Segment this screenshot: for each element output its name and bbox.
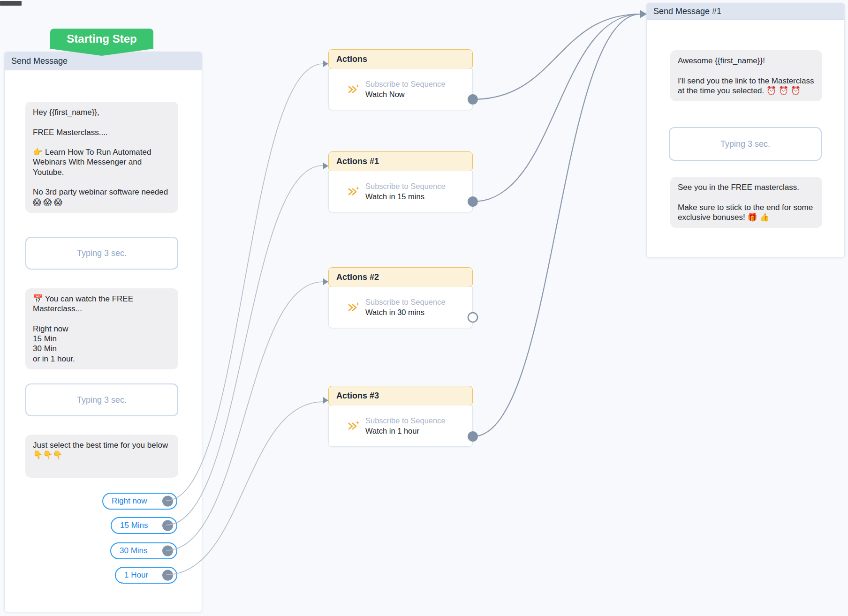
card-title: Actions #3 [336, 391, 379, 401]
actions-card-header[interactable]: Actions #2 [328, 267, 473, 287]
screen-corner-artifact [0, 1, 22, 6]
message-bubble-2[interactable]: 📅 You can watch the FREE Masterclass... … [25, 288, 178, 369]
quick-reply-right-now[interactable]: Right now [102, 493, 177, 510]
starting-step-label: Starting Step [67, 29, 136, 49]
action-value: Watch in 30 mins [365, 308, 446, 317]
send-message-1-card-header[interactable]: Send Message #1 [647, 3, 844, 20]
quick-reply-label: 15 Mins [120, 521, 148, 530]
flow-builder-canvas[interactable]: Starting Step Send Message Hey {{first_n… [0, 0, 848, 616]
actions-2-card[interactable]: Actions #2 Subscribe to Sequence Watch i… [328, 267, 473, 328]
quick-reply-15-mins[interactable]: 15 Mins [111, 517, 177, 534]
output-port[interactable] [162, 496, 173, 507]
actions-card-body[interactable]: Subscribe to Sequence Watch Now [328, 69, 473, 110]
output-port[interactable] [162, 546, 173, 556]
output-port[interactable] [162, 520, 173, 531]
actions-1-card[interactable]: Actions #1 Subscribe to Sequence Watch i… [328, 151, 473, 212]
actions-card-body[interactable]: Subscribe to Sequence Watch in 1 hour [328, 406, 473, 447]
actions-card-header[interactable]: Actions #3 [328, 386, 473, 406]
actions-card[interactable]: Actions Subscribe to Sequence Watch Now [328, 49, 473, 110]
input-arrow-icon [323, 278, 328, 285]
card-title: Actions #1 [336, 157, 379, 166]
typing-delay-1[interactable]: Typing 3 sec. [25, 237, 178, 270]
input-arrow-icon [323, 163, 328, 169]
action-type-label: Subscribe to Sequence [365, 416, 446, 425]
actions-card-header[interactable]: Actions #1 [328, 151, 473, 172]
card-title: Send Message #1 [653, 7, 721, 16]
typing-delay[interactable]: Typing 3 sec. [669, 127, 822, 161]
connector-actions-1-to-send-message-1 [473, 14, 641, 202]
input-arrow-icon [323, 60, 328, 67]
input-arrow-icon [640, 10, 647, 18]
actions-card-body[interactable]: Subscribe to Sequence Watch in 15 mins [328, 171, 473, 212]
card-title: Actions [336, 54, 367, 64]
message-bubble-1[interactable]: Hey {{first_name}}, FREE Masterclass....… [25, 102, 178, 213]
subscribe-sequence-icon [348, 421, 360, 432]
action-type-label: Subscribe to Sequence [365, 80, 446, 89]
typing-delay-2[interactable]: Typing 3 sec. [25, 383, 178, 416]
quick-reply-label: Right now [112, 496, 147, 506]
action-type-label: Subscribe to Sequence [365, 182, 446, 191]
action-value: Watch Now [365, 90, 446, 99]
action-value: Watch in 15 mins [365, 192, 446, 201]
send-message-1-card[interactable]: Send Message #1 Awesome {{first_name}}! … [646, 3, 845, 258]
quick-reply-1-hour[interactable]: 1 Hour [115, 567, 177, 584]
message-bubble-3[interactable]: Just select the best time for you below … [25, 435, 178, 478]
actions-card-body[interactable]: Subscribe to Sequence Watch in 30 mins [328, 287, 473, 328]
actions-card-header[interactable]: Actions [328, 49, 473, 69]
input-arrow-icon [323, 397, 328, 404]
quick-reply-label: 30 Mins [120, 546, 148, 556]
connector-actions-to-send-message-1 [473, 14, 641, 99]
connector-actions-3-to-send-message-1 [473, 14, 641, 436]
quick-reply-label: 1 Hour [124, 571, 148, 580]
card-title: Actions #2 [336, 272, 379, 282]
action-type-label: Subscribe to Sequence [365, 298, 446, 307]
send-message-card[interactable]: Send Message Hey {{first_name}}, FREE Ma… [4, 52, 202, 612]
subscribe-sequence-icon [348, 186, 360, 197]
output-port[interactable] [162, 570, 173, 581]
action-value: Watch in 1 hour [365, 427, 446, 436]
quick-reply-30-mins[interactable]: 30 Mins [110, 542, 177, 559]
subscribe-sequence-icon [348, 302, 360, 313]
message-bubble-2[interactable]: See you in the FREE masterclass. Make su… [670, 177, 822, 228]
card-title: Send Message [11, 56, 68, 66]
subscribe-sequence-icon [348, 84, 360, 95]
message-bubble-1[interactable]: Awesome {{first_name}}! I'll send you th… [670, 50, 822, 101]
actions-3-card[interactable]: Actions #3 Subscribe to Sequence Watch i… [328, 386, 473, 447]
